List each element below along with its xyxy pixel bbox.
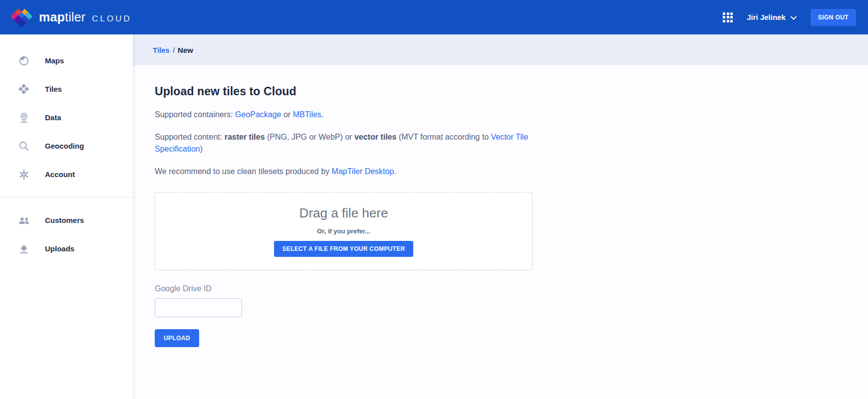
user-menu[interactable]: Jiri Jelinek <box>747 13 797 21</box>
breadcrumb-current: New <box>178 46 193 54</box>
chevron-down-icon <box>791 13 797 21</box>
people-icon <box>18 214 30 226</box>
brand[interactable]: maptilerCLOUD <box>11 4 132 31</box>
dropzone-subtitle: Or, if you prefer... <box>317 227 370 235</box>
breadcrumb-tiles-link[interactable]: Tiles <box>153 46 170 54</box>
sidebar-item-label: Tiles <box>45 85 62 93</box>
breadcrumb-separator: / <box>170 46 178 54</box>
page-title: Upload new tiles to Cloud <box>155 85 868 98</box>
main-content: Upload new tiles to Cloud Supported cont… <box>133 65 868 399</box>
tiles-icon <box>18 83 30 95</box>
upload-icon <box>18 243 30 255</box>
sidebar-item-label: Maps <box>45 56 64 65</box>
recommend-paragraph: We recommend to use clean tilesets produ… <box>155 166 539 178</box>
sidebar-item-tiles[interactable]: Tiles <box>0 75 133 103</box>
geopackage-link[interactable]: GeoPackage <box>235 110 282 119</box>
globe-icon <box>18 55 30 67</box>
sidebar-divider <box>0 197 133 198</box>
sidebar-item-account[interactable]: Account <box>0 160 133 189</box>
sidebar-item-maps[interactable]: Maps <box>0 46 133 75</box>
apps-grid-icon[interactable] <box>723 12 733 22</box>
sidebar-item-label: Customers <box>45 216 84 224</box>
file-dropzone[interactable]: Drag a file here Or, if you prefer... SE… <box>155 192 533 270</box>
sidebar-item-label: Geocoding <box>45 142 84 150</box>
sidebar-item-label: Data <box>45 113 61 122</box>
maptiler-logo-icon <box>11 4 32 31</box>
sidebar-item-label: Uploads <box>45 244 74 253</box>
map-pin-icon <box>18 112 30 124</box>
gear-icon <box>18 169 30 181</box>
sidebar-item-label: Account <box>45 170 75 179</box>
breadcrumb-band: Tiles/New <box>133 34 868 65</box>
upload-button[interactable]: UPLOAD <box>155 329 199 347</box>
supported-containers-paragraph: Supported containers: GeoPackage or MBTi… <box>155 109 539 121</box>
sidebar-item-customers[interactable]: Customers <box>0 206 133 234</box>
google-drive-id-input[interactable] <box>155 298 242 317</box>
search-icon <box>18 140 30 152</box>
sidebar: Maps Tiles Data Geocoding <box>0 34 133 399</box>
select-file-button[interactable]: SELECT A FILE FROM YOUR COMPUTER <box>274 241 414 257</box>
sidebar-item-geocoding[interactable]: Geocoding <box>0 132 133 160</box>
breadcrumb: Tiles/New <box>153 46 193 54</box>
maptiler-desktop-link[interactable]: MapTiler Desktop <box>332 167 394 176</box>
sidebar-item-uploads[interactable]: Uploads <box>0 234 133 263</box>
sidebar-item-data[interactable]: Data <box>0 103 133 132</box>
google-drive-id-label: Google Drive ID <box>155 284 868 293</box>
top-header: maptilerCLOUD Jiri Jelinek SIGN OUT <box>0 0 868 34</box>
dropzone-title: Drag a file here <box>299 205 388 221</box>
mbtiles-link[interactable]: MBTiles <box>293 110 321 119</box>
supported-content-paragraph: Supported content: raster tiles (PNG, JP… <box>155 131 539 155</box>
user-name: Jiri Jelinek <box>747 13 786 21</box>
sign-out-button[interactable]: SIGN OUT <box>811 9 856 26</box>
brand-cloud-label: CLOUD <box>92 14 132 24</box>
brand-wordmark: maptilerCLOUD <box>39 10 132 24</box>
